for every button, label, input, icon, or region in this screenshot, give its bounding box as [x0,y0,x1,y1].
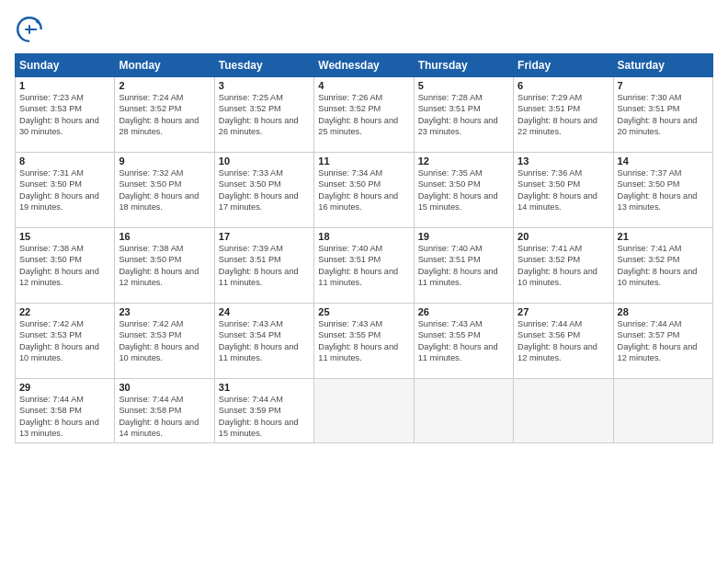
sunset-label: Sunset: [318,255,347,264]
sunrise-time: 7:26 AM [352,93,383,102]
day-number: 9 [119,155,210,167]
sunrise-label: Sunrise: [19,93,51,102]
sunset-time: 3:50 PM [648,179,679,189]
sunset-time: 3:51 PM [349,255,381,264]
sunrise-label: Sunrise: [19,168,51,178]
sunrise-label: Sunrise: [618,244,649,253]
day-number: 18 [318,231,409,242]
logo-icon [15,15,44,44]
sunrise-label: Sunrise: [518,93,549,102]
calendar-cell: 19 Sunrise: 7:40 AM Sunset: 3:51 PM Dayl… [414,228,513,304]
sunset-label: Sunset: [219,255,247,264]
sunrise-label: Sunrise: [219,395,250,404]
day-info: Sunrise: 7:33 AM Sunset: 3:50 PM Dayligh… [219,167,310,213]
day-number: 20 [518,231,609,242]
calendar-cell: 9 Sunrise: 7:32 AM Sunset: 3:50 PM Dayli… [115,153,214,228]
sunset-time: 3:50 PM [449,179,480,189]
sunrise-label: Sunrise: [418,244,449,253]
daylight-label: Daylight: [418,342,451,351]
sunrise-time: 7:43 AM [451,319,483,328]
sunset-time: 3:51 PM [449,104,480,113]
sunset-label: Sunset: [318,179,347,189]
sunrise-label: Sunrise: [418,168,449,178]
sunrise-time: 7:34 AM [352,168,383,178]
weekday-header-tuesday: Tuesday [214,54,313,77]
day-info: Sunrise: 7:36 AM Sunset: 3:50 PM Dayligh… [518,167,609,213]
day-number: 1 [19,80,110,91]
calendar-cell: 31 Sunrise: 7:44 AM Sunset: 3:59 PM Dayl… [214,379,313,443]
calendar-cell: 5 Sunrise: 7:28 AM Sunset: 3:51 PM Dayli… [414,77,513,153]
daylight-label: Daylight: [219,342,252,351]
sunset-label: Sunset: [518,179,546,189]
day-info: Sunrise: 7:30 AM Sunset: 3:51 PM Dayligh… [618,92,709,138]
sunrise-label: Sunrise: [19,395,51,404]
day-info: Sunrise: 7:25 AM Sunset: 3:52 PM Dayligh… [219,92,310,138]
sunset-label: Sunset: [219,179,247,189]
daylight-label: Daylight: [19,116,52,125]
sunrise-time: 7:41 AM [551,244,582,253]
sunrise-label: Sunrise: [119,244,150,253]
daylight-label: Daylight: [618,116,651,125]
sunset-time: 3:55 PM [349,330,381,339]
sunrise-time: 7:29 AM [551,93,582,102]
sunrise-time: 7:39 AM [252,244,283,253]
sunset-label: Sunset: [19,255,48,264]
day-number: 25 [318,306,409,317]
sunset-time: 3:59 PM [250,406,281,415]
sunrise-label: Sunrise: [19,244,51,253]
calendar-cell: 14 Sunrise: 7:37 AM Sunset: 3:50 PM Dayl… [613,153,712,228]
calendar-cell: 18 Sunrise: 7:40 AM Sunset: 3:51 PM Dayl… [314,228,414,304]
daylight-label: Daylight: [518,116,551,125]
day-number: 16 [119,231,210,242]
daylight-label: Daylight: [518,267,551,276]
calendar-cell: 25 Sunrise: 7:43 AM Sunset: 3:55 PM Dayl… [314,304,414,379]
day-number: 30 [119,382,210,393]
day-number: 31 [219,382,310,393]
sunrise-label: Sunrise: [119,319,150,328]
day-info: Sunrise: 7:32 AM Sunset: 3:50 PM Dayligh… [119,167,210,213]
sunrise-time: 7:38 AM [153,244,184,253]
sunrise-time: 7:40 AM [352,244,383,253]
sunrise-time: 7:25 AM [252,93,283,102]
sunrise-label: Sunrise: [618,93,649,102]
sunset-time: 3:50 PM [51,179,82,189]
calendar-cell: 17 Sunrise: 7:39 AM Sunset: 3:51 PM Dayl… [214,228,313,304]
day-info: Sunrise: 7:34 AM Sunset: 3:50 PM Dayligh… [318,167,409,213]
sunset-label: Sunset: [119,330,147,339]
calendar-cell: 4 Sunrise: 7:26 AM Sunset: 3:52 PM Dayli… [314,77,414,153]
day-info: Sunrise: 7:40 AM Sunset: 3:51 PM Dayligh… [418,243,509,289]
day-info: Sunrise: 7:44 AM Sunset: 3:58 PM Dayligh… [19,394,110,440]
day-number: 29 [19,382,110,393]
sunset-label: Sunset: [318,330,347,339]
day-info: Sunrise: 7:28 AM Sunset: 3:51 PM Dayligh… [418,92,509,138]
sunset-time: 3:55 PM [449,330,480,339]
daylight-label: Daylight: [618,342,651,351]
sunrise-label: Sunrise: [219,319,250,328]
day-info: Sunrise: 7:31 AM Sunset: 3:50 PM Dayligh… [19,167,110,213]
daylight-label: Daylight: [119,267,152,276]
calendar-cell: 28 Sunrise: 7:44 AM Sunset: 3:57 PM Dayl… [613,304,712,379]
sunrise-time: 7:32 AM [153,168,184,178]
day-info: Sunrise: 7:44 AM Sunset: 3:58 PM Dayligh… [119,394,210,440]
sunset-label: Sunset: [19,104,48,113]
day-number: 8 [19,155,110,167]
sunset-time: 3:53 PM [51,330,82,339]
weekday-header-friday: Friday [514,54,613,77]
logo [15,15,48,44]
sunset-label: Sunset: [119,179,147,189]
calendar-cell: 1 Sunrise: 7:23 AM Sunset: 3:53 PM Dayli… [16,77,115,153]
calendar-cell [613,379,712,443]
sunset-time: 3:52 PM [349,104,381,113]
sunset-time: 3:50 PM [549,179,580,189]
day-info: Sunrise: 7:39 AM Sunset: 3:51 PM Dayligh… [219,243,310,289]
sunset-label: Sunset: [19,179,48,189]
calendar-cell: 21 Sunrise: 7:41 AM Sunset: 3:52 PM Dayl… [613,228,712,304]
day-info: Sunrise: 7:41 AM Sunset: 3:52 PM Dayligh… [518,243,609,289]
sunset-time: 3:56 PM [549,330,580,339]
daylight-label: Daylight: [19,191,52,201]
calendar-cell: 24 Sunrise: 7:43 AM Sunset: 3:54 PM Dayl… [214,304,313,379]
daylight-label: Daylight: [219,191,252,201]
day-number: 19 [418,231,509,242]
calendar-cell: 16 Sunrise: 7:38 AM Sunset: 3:50 PM Dayl… [115,228,214,304]
sunset-label: Sunset: [219,330,247,339]
